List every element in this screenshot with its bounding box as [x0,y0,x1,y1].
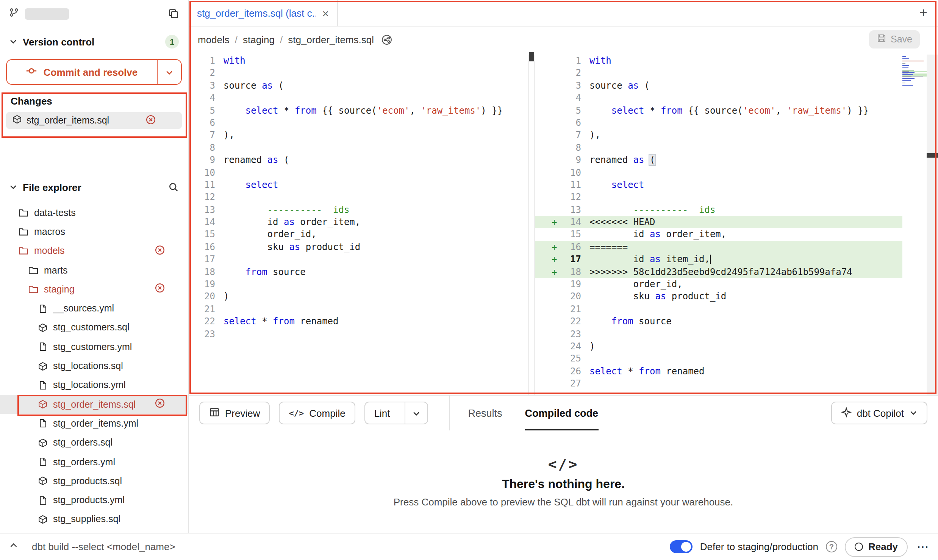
chevron-up-icon[interactable] [9,541,18,552]
defer-toggle[interactable] [670,540,693,553]
file-tree-item-staging[interactable]: staging [0,280,188,299]
chevron-down-icon[interactable] [405,402,427,424]
diff-editor-right-pane[interactable]: 1with23source as (45 select * from {{ so… [535,55,902,395]
code-line[interactable]: 17 [189,253,528,266]
code-line[interactable]: 16 sku as product_id [189,241,528,253]
git-branch-icon[interactable] [9,7,19,20]
code-line[interactable]: 18 from source [189,266,528,278]
file-tree-item-marts[interactable]: marts [0,261,188,280]
compile-button[interactable]: </> Compile [279,402,355,424]
copy-icon[interactable] [168,8,179,19]
code-line[interactable]: 20) [189,291,528,303]
code-line[interactable]: 8 [189,141,528,154]
breadcrumb-models[interactable]: models [198,34,230,45]
lineage-icon[interactable] [381,34,392,45]
x-circle-icon[interactable] [145,114,156,127]
minimap[interactable] [902,55,927,395]
editor-scrollbar[interactable] [927,55,938,395]
file-tree-item-stg_products.sql[interactable]: stg_products.sql [0,471,188,491]
code-line[interactable]: 6 [189,117,528,129]
help-icon[interactable]: ? [826,541,837,552]
code-line[interactable]: 4 [189,92,528,104]
file-tree-item-stg_products.yml[interactable]: stg_products.yml [0,491,188,510]
code-line[interactable]: 11 select [189,179,528,191]
x-circle-icon[interactable] [155,398,165,411]
file-tree-item-macros[interactable]: macros [0,222,188,242]
file-tree-item-stg_orders.sql[interactable]: stg_orders.sql [0,433,188,452]
file-tree-item-stg_customers.yml[interactable]: stg_customers.yml [0,337,188,357]
code-line[interactable]: +17 id as item_id, [535,253,902,266]
code-line[interactable]: 20 sku as product_id [535,291,902,303]
code-line[interactable]: 22select * from renamed [189,315,528,328]
code-line[interactable]: +18>>>>>>> 58c1dd23d5eebd9cd2495fa7124ab… [535,266,902,278]
code-line[interactable]: 9renamed as ( [535,154,902,166]
code-line[interactable]: 24) [535,340,902,353]
x-circle-icon[interactable] [155,283,165,296]
new-tab-plus-icon[interactable]: + [919,6,927,20]
close-icon[interactable]: × [322,7,329,19]
code-line[interactable]: 19 [189,278,528,291]
file-explorer-header[interactable]: File explorer [0,176,188,199]
commit-and-resolve-button[interactable]: Commit and resolve [6,59,182,85]
ellipsis-icon[interactable]: ⋯ [917,541,929,553]
pane-separator[interactable] [528,55,535,395]
version-control-header[interactable]: Version control 1 [0,30,188,53]
breadcrumb-file[interactable]: stg_order_items.sql [288,34,374,45]
editor-scrollbar-thumb[interactable] [927,153,938,158]
code-line[interactable]: 9renamed as ( [189,154,528,166]
tab-results[interactable]: Results [468,396,502,430]
code-line[interactable]: 12 [189,191,528,204]
code-line[interactable]: 3source as ( [535,80,902,92]
file-tree-item-stg_order_items.sql[interactable]: stg_order_items.sql [0,395,188,414]
lint-button[interactable]: Lint [364,402,428,424]
code-line[interactable]: 19 order_id, [535,278,902,291]
breadcrumb-staging[interactable]: staging [243,34,275,45]
ready-status-button[interactable]: Ready [845,537,908,557]
file-tree-item-__sources.yml[interactable]: __sources.yml [0,299,188,318]
search-icon[interactable] [168,182,179,192]
code-line[interactable]: 14 id as order_item, [189,216,528,228]
code-line[interactable]: 21 [535,303,902,316]
code-line[interactable]: 5 select * from {{ source('ecom', 'raw_i… [535,104,902,117]
code-line[interactable]: 21 [189,303,528,316]
file-tree-item-models[interactable]: models [0,241,188,261]
x-circle-icon[interactable] [155,244,165,257]
file-tree-item-stg_order_items.yml[interactable]: stg_order_items.yml [0,414,188,433]
code-line[interactable]: 27 [535,377,902,390]
code-line[interactable]: 5 select * from {{ source('ecom', 'raw_i… [189,104,528,117]
code-line[interactable]: 1with [535,55,902,67]
left-pane-scroll-thumb[interactable] [529,52,534,61]
code-line[interactable]: 4 [535,92,902,104]
code-line[interactable]: 13 ---------- ids [189,203,528,216]
code-line[interactable]: 23 [535,328,902,340]
code-line[interactable]: 6 [535,117,902,129]
code-line[interactable]: 13 ---------- ids [535,203,902,216]
code-line[interactable]: 15 order_id, [189,228,528,241]
code-line[interactable]: 25 [535,353,902,365]
code-line[interactable]: 10 [189,166,528,179]
code-line[interactable]: 2 [535,67,902,80]
file-tree-item-stg_customers.sql[interactable]: stg_customers.sql [0,318,188,338]
code-line[interactable]: +14<<<<<<< HEAD [535,216,902,228]
command-input[interactable]: dbt build --select <model_name> [32,541,175,552]
save-button[interactable]: Save [869,30,920,48]
preview-button[interactable]: Preview [199,402,270,424]
code-line[interactable]: 12 [535,191,902,204]
file-tree-item-stg_orders.yml[interactable]: stg_orders.yml [0,452,188,472]
code-line[interactable]: 23 [189,328,528,340]
code-line[interactable]: 7), [535,129,902,142]
code-line[interactable]: 3source as ( [189,80,528,92]
code-line[interactable]: 10 [535,166,902,179]
file-tree-item-stg_locations.sql[interactable]: stg_locations.sql [0,357,188,376]
file-tree-item-stg_supplies.sql[interactable]: stg_supplies.sql [0,510,188,529]
code-line[interactable]: 1with [189,55,528,67]
code-line[interactable]: 8 [535,141,902,154]
file-tree-item-stg_locations.yml[interactable]: stg_locations.yml [0,375,188,395]
dbt-copilot-button[interactable]: dbt Copilot [831,402,927,424]
changed-file-row[interactable]: stg_order_items.sql [6,112,182,129]
file-tree-item-data-tests[interactable]: data-tests [0,203,188,222]
code-line[interactable]: 2 [189,67,528,80]
code-line[interactable]: +16======= [535,241,902,253]
tab-stg-order-items[interactable]: stg_order_items.sql (last c... × [189,0,338,26]
commit-dropdown-caret[interactable] [157,60,181,84]
